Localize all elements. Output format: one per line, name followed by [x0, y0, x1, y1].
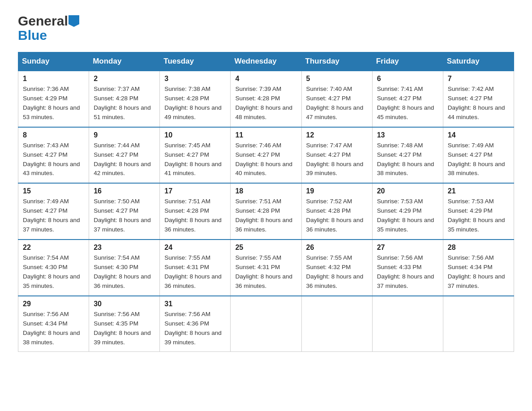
calendar-cell: 24 Sunrise: 7:55 AMSunset: 4:31 PMDaylig… — [160, 240, 231, 296]
day-info: Sunrise: 7:49 AMSunset: 4:27 PMDaylight:… — [23, 197, 84, 235]
day-info: Sunrise: 7:56 AMSunset: 4:35 PMDaylight:… — [94, 310, 155, 347]
day-number: 27 — [377, 244, 438, 252]
calendar-cell: 5 Sunrise: 7:40 AMSunset: 4:27 PMDayligh… — [301, 71, 372, 127]
day-number: 5 — [306, 75, 368, 83]
calendar-cell: 3 Sunrise: 7:38 AMSunset: 4:28 PMDayligh… — [160, 71, 231, 127]
day-header-tuesday: Tuesday — [160, 52, 231, 71]
calendar-cell — [231, 296, 301, 352]
day-number: 14 — [448, 131, 509, 139]
day-header-saturday: Saturday — [443, 52, 514, 71]
calendar-cell: 7 Sunrise: 7:42 AMSunset: 4:27 PMDayligh… — [443, 71, 514, 127]
day-info: Sunrise: 7:38 AMSunset: 4:28 PMDaylight:… — [164, 85, 226, 122]
calendar-cell: 12 Sunrise: 7:47 AMSunset: 4:27 PMDaylig… — [301, 127, 372, 184]
calendar-cell: 15 Sunrise: 7:49 AMSunset: 4:27 PMDaylig… — [18, 183, 89, 240]
day-info: Sunrise: 7:48 AMSunset: 4:27 PMDaylight:… — [377, 141, 438, 179]
week-row-4: 22 Sunrise: 7:54 AMSunset: 4:30 PMDaylig… — [18, 240, 514, 296]
calendar-cell: 22 Sunrise: 7:54 AMSunset: 4:30 PMDaylig… — [18, 240, 89, 296]
calendar-cell: 28 Sunrise: 7:56 AMSunset: 4:34 PMDaylig… — [443, 240, 514, 296]
day-header-friday: Friday — [372, 52, 443, 71]
calendar-cell: 18 Sunrise: 7:51 AMSunset: 4:28 PMDaylig… — [231, 183, 301, 240]
day-header-monday: Monday — [89, 52, 160, 71]
day-info: Sunrise: 7:50 AMSunset: 4:27 PMDaylight:… — [94, 197, 155, 235]
calendar-cell: 31 Sunrise: 7:56 AMSunset: 4:36 PMDaylig… — [160, 296, 231, 352]
day-number: 15 — [23, 187, 84, 195]
day-number: 6 — [377, 75, 438, 83]
calendar-cell: 23 Sunrise: 7:54 AMSunset: 4:30 PMDaylig… — [89, 240, 160, 296]
day-info: Sunrise: 7:36 AMSunset: 4:29 PMDaylight:… — [23, 85, 84, 122]
calendar-cell: 19 Sunrise: 7:52 AMSunset: 4:28 PMDaylig… — [301, 183, 372, 240]
calendar-cell: 26 Sunrise: 7:55 AMSunset: 4:32 PMDaylig… — [301, 240, 372, 296]
calendar-cell — [372, 296, 443, 352]
day-number: 4 — [235, 75, 296, 83]
day-number: 20 — [377, 187, 438, 195]
logo-general-text: General — [18, 13, 68, 29]
day-number: 24 — [164, 244, 226, 252]
day-info: Sunrise: 7:44 AMSunset: 4:27 PMDaylight:… — [94, 141, 155, 179]
day-header-wednesday: Wednesday — [231, 52, 301, 71]
svg-marker-0 — [69, 15, 79, 27]
day-info: Sunrise: 7:55 AMSunset: 4:31 PMDaylight:… — [164, 253, 226, 291]
day-number: 26 — [306, 244, 368, 252]
calendar-cell — [443, 296, 514, 352]
day-number: 3 — [164, 75, 226, 83]
day-info: Sunrise: 7:42 AMSunset: 4:27 PMDaylight:… — [448, 85, 509, 122]
calendar-cell: 20 Sunrise: 7:53 AMSunset: 4:29 PMDaylig… — [372, 183, 443, 240]
day-number: 13 — [377, 131, 438, 139]
day-number: 2 — [94, 75, 155, 83]
logo: General Blue — [18, 13, 79, 43]
day-info: Sunrise: 7:43 AMSunset: 4:27 PMDaylight:… — [23, 141, 84, 179]
day-number: 25 — [235, 244, 296, 252]
day-number: 10 — [164, 131, 226, 139]
week-row-3: 15 Sunrise: 7:49 AMSunset: 4:27 PMDaylig… — [18, 183, 514, 240]
calendar-cell: 13 Sunrise: 7:48 AMSunset: 4:27 PMDaylig… — [372, 127, 443, 184]
logo-blue-text: Blue — [18, 28, 47, 43]
calendar-cell: 17 Sunrise: 7:51 AMSunset: 4:28 PMDaylig… — [160, 183, 231, 240]
day-number: 30 — [94, 300, 155, 308]
calendar-cell: 2 Sunrise: 7:37 AMSunset: 4:28 PMDayligh… — [89, 71, 160, 127]
day-number: 22 — [23, 244, 84, 252]
day-info: Sunrise: 7:56 AMSunset: 4:34 PMDaylight:… — [448, 253, 509, 291]
week-row-5: 29 Sunrise: 7:56 AMSunset: 4:34 PMDaylig… — [18, 296, 514, 352]
logo-triangle-icon — [69, 15, 79, 27]
calendar-table: SundayMondayTuesdayWednesdayThursdayFrid… — [18, 52, 514, 352]
calendar-cell: 16 Sunrise: 7:50 AMSunset: 4:27 PMDaylig… — [89, 183, 160, 240]
day-info: Sunrise: 7:53 AMSunset: 4:29 PMDaylight:… — [377, 197, 438, 235]
day-number: 8 — [23, 131, 84, 139]
calendar-cell: 29 Sunrise: 7:56 AMSunset: 4:34 PMDaylig… — [18, 296, 89, 352]
day-number: 17 — [164, 187, 226, 195]
calendar-cell: 4 Sunrise: 7:39 AMSunset: 4:28 PMDayligh… — [231, 71, 301, 127]
day-info: Sunrise: 7:46 AMSunset: 4:27 PMDaylight:… — [235, 141, 296, 179]
calendar-cell: 30 Sunrise: 7:56 AMSunset: 4:35 PMDaylig… — [89, 296, 160, 352]
day-header-sunday: Sunday — [18, 52, 89, 71]
calendar-cell: 6 Sunrise: 7:41 AMSunset: 4:27 PMDayligh… — [372, 71, 443, 127]
day-info: Sunrise: 7:56 AMSunset: 4:36 PMDaylight:… — [164, 310, 226, 347]
day-number: 12 — [306, 131, 368, 139]
day-info: Sunrise: 7:40 AMSunset: 4:27 PMDaylight:… — [306, 85, 368, 122]
day-number: 31 — [164, 300, 226, 308]
week-row-1: 1 Sunrise: 7:36 AMSunset: 4:29 PMDayligh… — [18, 71, 514, 127]
day-info: Sunrise: 7:49 AMSunset: 4:27 PMDaylight:… — [448, 141, 509, 179]
day-info: Sunrise: 7:55 AMSunset: 4:31 PMDaylight:… — [235, 253, 296, 291]
calendar-cell: 27 Sunrise: 7:56 AMSunset: 4:33 PMDaylig… — [372, 240, 443, 296]
calendar-cell: 14 Sunrise: 7:49 AMSunset: 4:27 PMDaylig… — [443, 127, 514, 184]
day-number: 7 — [448, 75, 509, 83]
day-number: 1 — [23, 75, 84, 83]
page-header: General Blue — [18, 13, 514, 43]
day-info: Sunrise: 7:41 AMSunset: 4:27 PMDaylight:… — [377, 85, 438, 122]
day-info: Sunrise: 7:47 AMSunset: 4:27 PMDaylight:… — [306, 141, 368, 179]
calendar-cell: 25 Sunrise: 7:55 AMSunset: 4:31 PMDaylig… — [231, 240, 301, 296]
day-number: 9 — [94, 131, 155, 139]
day-header-thursday: Thursday — [301, 52, 372, 71]
day-number: 18 — [235, 187, 296, 195]
day-info: Sunrise: 7:37 AMSunset: 4:28 PMDaylight:… — [94, 85, 155, 122]
calendar-cell: 10 Sunrise: 7:45 AMSunset: 4:27 PMDaylig… — [160, 127, 231, 184]
day-number: 11 — [235, 131, 296, 139]
day-info: Sunrise: 7:54 AMSunset: 4:30 PMDaylight:… — [23, 253, 84, 291]
day-info: Sunrise: 7:56 AMSunset: 4:34 PMDaylight:… — [23, 310, 84, 347]
calendar-cell: 8 Sunrise: 7:43 AMSunset: 4:27 PMDayligh… — [18, 127, 89, 184]
day-info: Sunrise: 7:53 AMSunset: 4:29 PMDaylight:… — [448, 197, 509, 235]
week-row-2: 8 Sunrise: 7:43 AMSunset: 4:27 PMDayligh… — [18, 127, 514, 184]
calendar-cell — [301, 296, 372, 352]
day-number: 23 — [94, 244, 155, 252]
day-info: Sunrise: 7:55 AMSunset: 4:32 PMDaylight:… — [306, 253, 368, 291]
